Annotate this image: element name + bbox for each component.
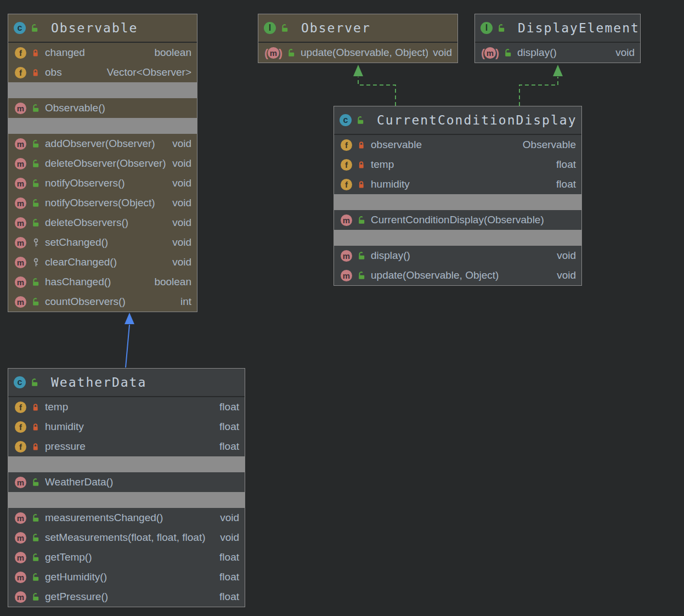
member-row-currentconditiondisplay-observable-[interactable]: mCurrentConditionDisplay(Observable) bbox=[334, 210, 581, 230]
class-box-weather-data[interactable]: cWeatherDataftempfloatfhumidityfloatfpre… bbox=[8, 368, 245, 607]
member-row-addobserver-observer-[interactable]: maddObserver(Observer)void bbox=[8, 134, 197, 154]
extends-arrowhead bbox=[125, 313, 134, 324]
member-row-gethumidity-[interactable]: mgetHumidity()float bbox=[8, 567, 245, 587]
private-lock-icon bbox=[31, 403, 40, 411]
public-lock-icon bbox=[31, 199, 40, 207]
member-type: float bbox=[219, 440, 239, 453]
member-type: void bbox=[557, 250, 576, 262]
member-name: countObservers() bbox=[45, 296, 176, 308]
member-type: void bbox=[557, 269, 576, 281]
class-header-display-element[interactable]: IDisplayElement bbox=[475, 14, 640, 43]
public-lock-icon bbox=[30, 24, 39, 32]
member-row-observable[interactable]: fobservableObservable bbox=[334, 135, 581, 155]
member-row-weatherdata-[interactable]: mWeatherData() bbox=[8, 472, 245, 492]
field-icon: f bbox=[341, 179, 352, 190]
member-name: temp bbox=[371, 159, 551, 171]
member-row-setchanged-[interactable]: msetChanged()void bbox=[8, 233, 197, 252]
member-type: void bbox=[220, 512, 239, 524]
member-type: void bbox=[172, 138, 191, 150]
public-lock-icon bbox=[497, 24, 506, 32]
member-row-pressure[interactable]: fpressurefloat bbox=[8, 437, 245, 456]
member-type: void bbox=[172, 256, 191, 268]
member-row-notifyobservers-object-[interactable]: mnotifyObservers(Object)void bbox=[8, 193, 197, 213]
private-lock-icon bbox=[31, 69, 40, 77]
member-type: void bbox=[172, 236, 191, 248]
member-type: float bbox=[219, 421, 239, 433]
member-type: void bbox=[172, 177, 191, 189]
member-row-update-observable-object-[interactable]: mupdate(Observable, Object)void bbox=[334, 265, 581, 285]
member-type: void bbox=[615, 47, 635, 59]
member-name: pressure bbox=[45, 440, 214, 453]
public-lock-icon bbox=[504, 49, 512, 57]
public-lock-icon bbox=[31, 573, 40, 581]
member-row-changed[interactable]: fchangedboolean bbox=[8, 43, 197, 63]
member-row-haschanged-[interactable]: mhasChanged()boolean bbox=[8, 272, 197, 292]
member-row-temp[interactable]: ftempfloat bbox=[8, 397, 245, 417]
member-row-display-[interactable]: (m)display()void bbox=[475, 43, 640, 63]
member-type: void bbox=[433, 47, 452, 59]
member-row-measurementschanged-[interactable]: mmeasurementsChanged()void bbox=[8, 508, 245, 528]
inheritance-arrow-weatherdata-extends-observable[interactable] bbox=[125, 313, 134, 368]
member-name: addObserver(Observer) bbox=[45, 138, 167, 150]
public-lock-icon bbox=[31, 298, 40, 306]
member-row-update-observable-object-[interactable]: (m)update(Observable, Object)void bbox=[258, 43, 457, 63]
extends-edge-line[interactable] bbox=[126, 325, 129, 368]
public-lock-icon bbox=[31, 104, 40, 112]
public-lock-icon bbox=[31, 278, 40, 286]
class-header-current-condition-display[interactable]: cCurrentConditionDisplay bbox=[334, 106, 581, 135]
public-lock-icon bbox=[357, 216, 366, 224]
method-icon: m bbox=[341, 250, 352, 262]
paren-right: ) bbox=[279, 47, 282, 59]
method-icon: m bbox=[341, 270, 352, 281]
member-row-deleteobserver-observer-[interactable]: mdeleteObserver(Observer)void bbox=[8, 154, 197, 173]
class-header-weather-data[interactable]: cWeatherData bbox=[8, 369, 245, 397]
member-row-humidity[interactable]: fhumidityfloat bbox=[334, 174, 581, 194]
member-name: update(Observable, Object) bbox=[371, 269, 552, 281]
member-row-obs[interactable]: fobsVector<Observer> bbox=[8, 63, 197, 82]
member-row-display-[interactable]: mdisplay()void bbox=[334, 246, 581, 265]
method-icon: m bbox=[15, 178, 26, 189]
member-row-gettemp-[interactable]: mgetTemp()float bbox=[8, 547, 245, 567]
member-name: hasChanged() bbox=[45, 276, 149, 288]
class-box-current-condition-display[interactable]: cCurrentConditionDisplayfobservableObser… bbox=[333, 106, 582, 286]
member-name: deleteObserver(Observer) bbox=[45, 157, 167, 169]
member-type: float bbox=[219, 571, 239, 583]
member-name: temp bbox=[45, 401, 214, 413]
separator-band bbox=[8, 118, 197, 134]
member-row-observable-[interactable]: mObservable() bbox=[8, 98, 197, 118]
field-icon: f bbox=[341, 139, 352, 151]
inheritance-arrow-ccd-implements-observer[interactable] bbox=[353, 65, 395, 106]
public-lock-icon bbox=[357, 272, 366, 280]
public-lock-icon bbox=[31, 179, 40, 188]
member-row-setmeasurements-float-float-float-[interactable]: msetMeasurements(float, float, float)voi… bbox=[8, 528, 245, 547]
member-name: measurementsChanged() bbox=[45, 512, 215, 524]
public-lock-icon bbox=[31, 140, 40, 148]
class-box-display-element[interactable]: IDisplayElement(m)display()void bbox=[474, 14, 641, 63]
method-icon: m bbox=[15, 237, 26, 248]
method-icon: m bbox=[15, 103, 26, 114]
class-box-observer[interactable]: IObserver(m)update(Observable, Object)vo… bbox=[258, 14, 458, 63]
method-icon: m bbox=[15, 158, 26, 169]
member-type: boolean bbox=[154, 47, 191, 59]
implements-edge-line[interactable] bbox=[519, 77, 558, 106]
inheritance-arrow-ccd-implements-displayelement[interactable] bbox=[519, 65, 563, 106]
implements-edge-line[interactable] bbox=[358, 77, 395, 106]
field-icon: f bbox=[15, 421, 26, 433]
uml-diagram-canvas[interactable]: cObservablefchangedbooleanfobsVector<Obs… bbox=[0, 0, 684, 616]
public-lock-icon bbox=[280, 24, 289, 32]
member-row-temp[interactable]: ftempfloat bbox=[334, 155, 581, 174]
member-name: setMeasurements(float, float, float) bbox=[45, 532, 215, 544]
member-row-notifyobservers-[interactable]: mnotifyObservers()void bbox=[8, 173, 197, 193]
class-header-observer[interactable]: IObserver bbox=[258, 14, 457, 43]
member-row-getpressure-[interactable]: mgetPressure()float bbox=[8, 587, 245, 607]
public-lock-icon bbox=[31, 478, 40, 487]
member-name: display() bbox=[517, 47, 610, 59]
member-row-clearchanged-[interactable]: mclearChanged()void bbox=[8, 252, 197, 272]
member-row-countobservers-[interactable]: mcountObservers()int bbox=[8, 292, 197, 312]
member-row-humidity[interactable]: fhumidityfloat bbox=[8, 417, 245, 437]
member-type: int bbox=[180, 296, 191, 308]
class-header-observable[interactable]: cObservable bbox=[8, 14, 197, 43]
member-row-deleteobservers-[interactable]: mdeleteObservers()void bbox=[8, 213, 197, 233]
class-box-observable[interactable]: cObservablefchangedbooleanfobsVector<Obs… bbox=[8, 14, 197, 312]
class-icon: c bbox=[14, 376, 26, 388]
